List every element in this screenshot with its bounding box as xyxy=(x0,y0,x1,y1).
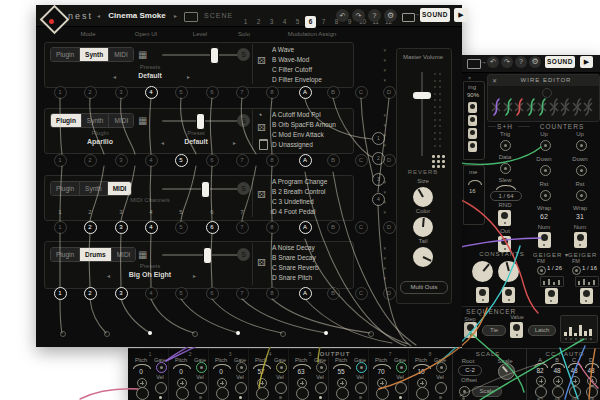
keys-arrow-icon[interactable] xyxy=(467,59,481,69)
sliver-knob-widget[interactable] xyxy=(468,115,477,126)
master-volume-handle[interactable] xyxy=(413,92,431,99)
scale-offset-port[interactable] xyxy=(459,386,470,397)
reverb-size-knob[interactable] xyxy=(413,187,433,207)
cc-col-value[interactable]: 48 xyxy=(553,367,560,374)
cc-mod-port[interactable] xyxy=(570,376,580,386)
solo-button-row1[interactable]: S xyxy=(237,48,250,61)
open-ui-icon[interactable]: ▦ xyxy=(138,115,147,126)
wire-endpoint-dot[interactable] xyxy=(148,331,152,335)
preset-prev-icon[interactable]: ◄ xyxy=(96,13,101,19)
patch-circle-6[interactable]: 6 xyxy=(206,287,219,300)
sliver-knob-widget[interactable] xyxy=(468,102,477,113)
level-slider-row3[interactable] xyxy=(162,188,238,190)
dial-icon[interactable]: ◔ xyxy=(257,110,262,120)
scene-button-2[interactable]: 2 xyxy=(253,16,264,28)
preset-value-row4[interactable]: Big Oh Eight xyxy=(129,271,171,278)
scene-button-3[interactable]: 3 xyxy=(266,16,277,28)
geiger-rate-value[interactable]: 1 / 26 xyxy=(547,265,562,271)
output-gate-port[interactable] xyxy=(356,362,367,373)
patch-circle-8[interactable]: 8 xyxy=(266,154,279,167)
patch-circle-1[interactable]: 1 xyxy=(54,86,67,99)
constant-knob-1[interactable] xyxy=(472,261,493,282)
mode-button-midi[interactable]: MIDI xyxy=(112,248,136,261)
patch-circle-3[interactable]: 3 xyxy=(115,221,128,234)
output-gate-port[interactable] xyxy=(436,362,447,373)
midi-channel-number[interactable]: 5 xyxy=(179,209,182,215)
midi-channel-number[interactable]: 3 xyxy=(119,209,122,215)
wire-endpoint-dot[interactable] xyxy=(368,331,374,337)
patch-circle-C[interactable]: C xyxy=(355,86,368,99)
sound-button[interactable]: SOUND xyxy=(420,8,450,22)
wire-endpoint-dot[interactable] xyxy=(236,331,240,335)
chevron-down-icon[interactable]: ▾ xyxy=(383,122,386,128)
scene-button-7[interactable]: 7 xyxy=(318,16,329,28)
mode-button-drums[interactable]: Drums xyxy=(80,248,112,261)
counter-up-port[interactable] xyxy=(540,140,551,151)
patch-circle-3[interactable]: 3 xyxy=(115,154,128,167)
output-pitch-port[interactable] xyxy=(176,387,189,400)
preset-value-row1[interactable]: Default xyxy=(138,72,162,79)
wire-endpoint-dot[interactable] xyxy=(324,331,328,335)
chevron-down-icon[interactable]: ▾ xyxy=(383,67,386,73)
cc-col-value[interactable]: 82 xyxy=(536,367,543,374)
geiger-title[interactable]: GEIGER ▾ xyxy=(568,251,600,258)
redo-icon[interactable]: ↷ xyxy=(352,9,365,22)
trash-icon[interactable] xyxy=(259,139,268,150)
cc-mod-port[interactable] xyxy=(553,376,563,386)
patch-circle-B[interactable]: B xyxy=(327,154,340,167)
patch-circle-B[interactable]: B xyxy=(327,221,340,234)
midi-channel-number[interactable]: 8 xyxy=(270,209,273,215)
close-icon[interactable]: ✕ xyxy=(492,77,497,84)
seq-step-widget[interactable] xyxy=(464,322,477,338)
preset-next-icon[interactable]: ► xyxy=(173,13,178,19)
settings-gear-icon[interactable]: ⚙ xyxy=(384,9,397,22)
display-icon[interactable] xyxy=(184,12,198,22)
mod-assign-text[interactable]: A Cutoff Mod Pol xyxy=(272,111,321,118)
level-handle-row3[interactable] xyxy=(201,181,210,198)
preset-next-icon[interactable]: ► xyxy=(186,74,191,80)
patch-circle-8[interactable]: 8 xyxy=(266,287,279,300)
master-port-4[interactable]: 4 xyxy=(372,193,385,206)
master-port-1[interactable]: 1 xyxy=(372,132,385,145)
output-pitch-value[interactable]: 10 xyxy=(417,368,424,375)
mode-button-synth[interactable]: Synth xyxy=(82,114,110,127)
dice-icon[interactable]: ⚄ xyxy=(257,55,266,66)
patch-circle-C[interactable]: C xyxy=(355,154,368,167)
wire-endpoint-dot[interactable] xyxy=(280,331,286,337)
patch-circle-D[interactable]: D xyxy=(383,221,396,234)
wire-slot-icon[interactable] xyxy=(514,98,524,116)
patch-circle-6[interactable]: 6 xyxy=(206,86,219,99)
cc-col-value[interactable]: 48 xyxy=(570,367,577,374)
output-vel-port[interactable] xyxy=(195,382,207,394)
patch-circle-C[interactable]: C xyxy=(355,287,368,300)
mod-assign-text[interactable]: D Unassigned xyxy=(272,141,313,148)
patch-circle-6[interactable]: 6 xyxy=(206,154,219,167)
wire-slot-icon[interactable] xyxy=(537,98,547,116)
output-gate-port[interactable] xyxy=(396,362,407,373)
sliver-arc[interactable] xyxy=(468,180,482,185)
patch-circle-7[interactable]: 7 xyxy=(236,221,249,234)
master-port-3[interactable]: 3 xyxy=(372,173,385,186)
counter-num-widget[interactable] xyxy=(574,232,587,248)
wire-slot-icon[interactable] xyxy=(526,98,536,116)
play-button[interactable]: ▶ xyxy=(580,56,593,68)
level-slider-row1[interactable] xyxy=(162,54,238,56)
wire-slot-icon[interactable] xyxy=(503,98,513,116)
wire-slot-icon[interactable] xyxy=(549,98,559,116)
output-pitch-port[interactable] xyxy=(416,387,429,400)
patch-circle-3[interactable]: 3 xyxy=(115,86,128,99)
output-gate-port[interactable] xyxy=(276,362,287,373)
mod-assign-text[interactable]: B 2 Breath Control xyxy=(272,188,325,195)
patch-circle-8[interactable]: 8 xyxy=(266,86,279,99)
counter-down-port[interactable] xyxy=(576,165,587,176)
counter-num-widget[interactable] xyxy=(538,232,551,248)
output-pitch-value[interactable]: 0 xyxy=(139,368,143,375)
patch-circle-5[interactable]: 5 xyxy=(175,86,188,99)
mod-assign-text[interactable]: C Filter Cutoff xyxy=(272,66,312,73)
patch-circle-4[interactable]: 4 xyxy=(145,154,158,167)
output-pitch-port[interactable] xyxy=(376,387,389,400)
output-vel-port[interactable] xyxy=(155,382,167,394)
patch-circle-6[interactable]: 6 xyxy=(206,221,219,234)
mod-assign-text[interactable]: D Snare Pitch xyxy=(272,274,312,281)
mode-button-plugin[interactable]: Plugin xyxy=(51,114,82,127)
